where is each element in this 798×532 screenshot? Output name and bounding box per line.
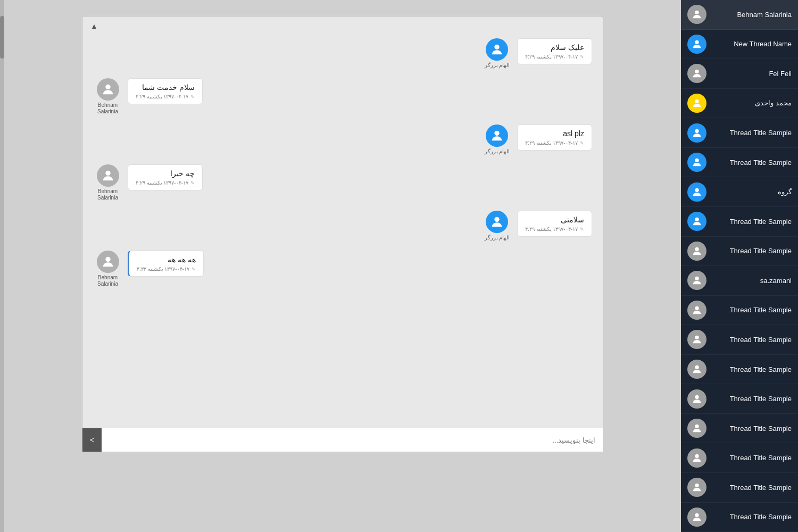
avatar-name: الهام بزرگر — [485, 148, 510, 155]
message-bubble: هه هه هه✎۱۳۹۷-۰۴-۱۷ یکشنبه ۴:۳۳ — [128, 251, 204, 277]
sidebar-item-label: Thread Title Sample — [712, 365, 792, 373]
svg-point-12 — [695, 188, 699, 192]
message-text: چه خبرا — [136, 169, 195, 178]
avatar — [486, 124, 508, 147]
message-row: BehnamSalariniaسلام خدمت شما✎۱۳۹۷-۰۴-۱۷ … — [93, 78, 592, 115]
svg-point-5 — [105, 257, 110, 262]
message-time: ✎۱۳۹۷-۰۴-۱۷ یکشنبه ۴:۲۹ — [525, 226, 584, 232]
avatar-name: الهام بزرگر — [485, 62, 510, 69]
sidebar-avatar — [687, 271, 706, 290]
sidebar-avatar — [687, 301, 706, 320]
scroll-top-indicator[interactable]: ▲ — [82, 16, 603, 30]
sidebar-item-label: Thread Title Sample — [712, 484, 792, 492]
sidebar-item-thread-1[interactable]: Thread Title Sample — [681, 118, 798, 148]
sidebar-avatar — [687, 94, 706, 113]
svg-point-13 — [695, 218, 699, 221]
collapse-button[interactable]: < — [82, 428, 102, 452]
sidebar-item-label: Thread Title Sample — [712, 306, 792, 314]
sidebar-avatar — [687, 360, 706, 379]
sidebar-avatar — [687, 478, 706, 497]
sidebar-avatar — [687, 330, 706, 349]
sidebar-avatar — [687, 389, 706, 409]
scrollbar-thumb[interactable] — [0, 16, 4, 59]
sidebar-item-label: Thread Title Sample — [712, 129, 792, 137]
sidebar-item-thread-4[interactable]: Thread Title Sample — [681, 237, 798, 267]
avatar — [97, 251, 119, 273]
avatar-name: BehnamSalarinia — [97, 188, 118, 201]
sidebar-item-thread-5[interactable]: Thread Title Sample — [681, 296, 798, 326]
svg-point-11 — [695, 159, 699, 162]
sidebar-avatar — [687, 153, 706, 172]
sidebar: Behnam SalariniaNew Thread NameFel Feliم… — [681, 0, 798, 532]
message-input[interactable] — [102, 428, 603, 452]
avatar — [486, 211, 508, 233]
svg-point-21 — [695, 454, 699, 458]
sidebar-item-thread-6[interactable]: Thread Title Sample — [681, 325, 798, 355]
chat-messages: علیک سلام✎۱۳۹۷-۰۴-۱۷ یکشنبه ۴:۲۹الهام بز… — [82, 30, 603, 428]
sidebar-item-label: Thread Title Sample — [712, 159, 792, 167]
sidebar-item-thread-10[interactable]: Thread Title Sample — [681, 443, 798, 473]
sidebar-item-behnam-salarinia[interactable]: Behnam Salarinia — [681, 0, 798, 30]
message-bubble: سلامتی✎۱۳۹۷-۰۴-۱۷ یکشنبه ۴:۲۹ — [517, 211, 592, 237]
svg-point-9 — [695, 99, 699, 103]
message-time: ✎۱۳۹۷-۰۴-۱۷ یکشنبه ۴:۳۳ — [137, 266, 196, 272]
sidebar-item-thread-12[interactable]: Thread Title Sample — [681, 503, 798, 532]
message-bubble: چه خبرا✎۱۳۹۷-۰۴-۱۷ یکشنبه ۴:۲۹ — [128, 164, 203, 190]
sidebar-item-label: Thread Title Sample — [712, 454, 792, 462]
sidebar-item-thread-7[interactable]: Thread Title Sample — [681, 355, 798, 385]
sidebar-item-label: sa.zamani — [712, 277, 792, 285]
sidebar-avatar — [687, 5, 706, 24]
svg-point-14 — [695, 247, 699, 251]
sidebar-item-label: Behnam Salarinia — [712, 11, 792, 19]
avatar — [97, 78, 119, 101]
sidebar-item-label: Thread Title Sample — [712, 425, 792, 433]
sidebar-item-thread-3[interactable]: Thread Title Sample — [681, 207, 798, 237]
sidebar-item-fel-feli[interactable]: Fel Feli — [681, 59, 798, 89]
avatar-block: الهام بزرگر — [483, 38, 512, 69]
svg-point-1 — [105, 85, 110, 89]
svg-point-23 — [695, 513, 699, 517]
sidebar-avatar — [687, 35, 706, 54]
svg-point-10 — [695, 129, 699, 132]
chat-container: ▲ علیک سلام✎۱۳۹۷-۰۴-۱۷ یکشنبه ۴:۲۹الهام … — [82, 16, 603, 452]
sidebar-item-thread-2[interactable]: Thread Title Sample — [681, 148, 798, 178]
sidebar-item-thread-8[interactable]: Thread Title Sample — [681, 384, 798, 414]
avatar-block: الهام بزرگر — [483, 124, 512, 155]
svg-point-20 — [695, 425, 699, 428]
avatar-name: BehnamSalarinia — [97, 102, 118, 115]
sidebar-avatar — [687, 64, 706, 83]
message-time: ✎۱۳۹۷-۰۴-۱۷ یکشنبه ۴:۲۹ — [525, 54, 584, 60]
sidebar-avatar — [687, 419, 706, 438]
svg-point-19 — [695, 395, 699, 398]
sidebar-item-label: محمد واحدی — [712, 99, 792, 107]
avatar-name: الهام بزرگر — [485, 235, 510, 241]
chat-input-area: < — [82, 428, 603, 452]
message-time: ✎۱۳۹۷-۰۴-۱۷ یکشنبه ۴:۲۹ — [136, 180, 195, 186]
sidebar-item-label: Thread Title Sample — [712, 336, 792, 344]
svg-point-2 — [495, 131, 500, 136]
sidebar-avatar — [687, 242, 706, 261]
sidebar-item-group[interactable]: گروه — [681, 177, 798, 207]
message-text: asl plz — [525, 129, 584, 138]
sidebar-avatar — [687, 212, 706, 231]
sidebar-item-mohammad-vahedi[interactable]: محمد واحدی — [681, 89, 798, 119]
svg-point-6 — [695, 11, 699, 14]
svg-point-4 — [495, 217, 500, 222]
message-text: علیک سلام — [525, 43, 584, 52]
sidebar-item-label: Thread Title Sample — [712, 247, 792, 255]
avatar-name: BehnamSalarinia — [97, 275, 118, 287]
svg-point-16 — [695, 306, 699, 310]
sidebar-item-sa-zamani[interactable]: sa.zamani — [681, 266, 798, 296]
message-text: هه هه هه — [137, 255, 196, 264]
sidebar-item-label: Thread Title Sample — [712, 218, 792, 226]
svg-point-3 — [105, 171, 110, 176]
sidebar-item-new-thread-name[interactable]: New Thread Name — [681, 30, 798, 60]
sidebar-item-label: Thread Title Sample — [712, 395, 792, 403]
sidebar-item-thread-11[interactable]: Thread Title Sample — [681, 473, 798, 503]
sidebar-avatar — [687, 182, 706, 202]
svg-point-7 — [695, 40, 699, 44]
sidebar-item-thread-9[interactable]: Thread Title Sample — [681, 414, 798, 444]
outer-scrollbar[interactable] — [0, 0, 4, 532]
svg-point-17 — [695, 336, 699, 339]
svg-point-18 — [695, 365, 699, 369]
